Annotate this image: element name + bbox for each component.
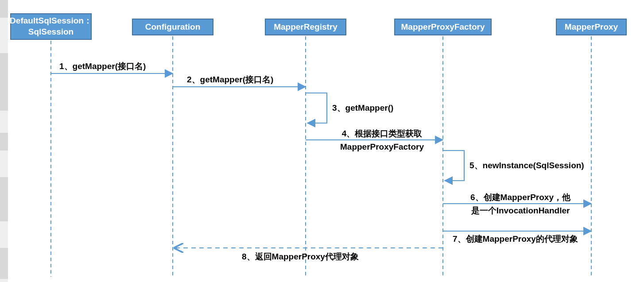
lane-mapperproxy: MapperProxy bbox=[556, 19, 627, 35]
msg-1-label: 1、getMapper(接口名) bbox=[59, 61, 146, 72]
lane-mapperregistry: MapperRegistry bbox=[265, 19, 346, 35]
lane-configuration: Configuration bbox=[132, 19, 213, 35]
msg-3-label: 3、getMapper() bbox=[332, 103, 393, 113]
msg-6-label-line2: 是一个InvocationHandler bbox=[456, 205, 585, 216]
msg-4-label-line2: MapperProxyFactory bbox=[326, 142, 438, 152]
left-decorative-strip bbox=[0, 0, 8, 282]
lane-mapperproxyfactory: MapperProxyFactory bbox=[394, 19, 492, 35]
strip-blob bbox=[0, 248, 8, 279]
strip-blob bbox=[0, 177, 8, 221]
msg-4-label-line1: 4、根据接口类型获取 bbox=[326, 128, 438, 139]
strip-blob bbox=[0, 0, 8, 18]
strip-blob bbox=[0, 53, 8, 111]
strip-blob bbox=[0, 133, 8, 151]
msg-7-label: 7、创建MapperProxy的代理对象 bbox=[453, 234, 578, 244]
msg-8-label: 8、返回MapperProxy代理对象 bbox=[242, 251, 359, 262]
lane-sqlsession: DefaultSqlSession：SqlSession bbox=[10, 13, 92, 40]
msg-2-label: 2、getMapper(接口名) bbox=[187, 74, 273, 85]
msg-6-label-line1: 6、创建MapperProxy，他 bbox=[456, 192, 585, 203]
msg-5-label: 5、newInstance(SqlSession) bbox=[469, 160, 584, 171]
